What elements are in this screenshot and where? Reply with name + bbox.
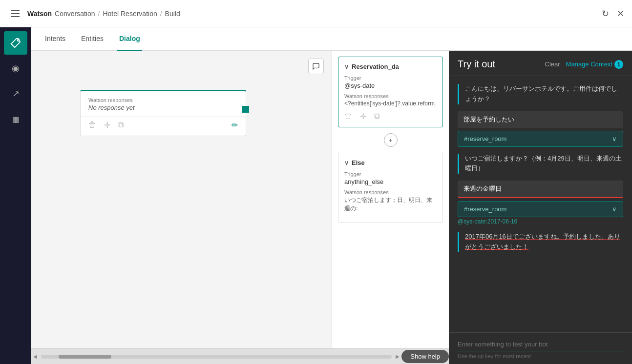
clear-button[interactable]: Clear: [545, 61, 560, 68]
else-node-title: ∨ Else: [344, 159, 437, 166]
sidebar-item-intents[interactable]: ◉: [4, 57, 27, 80]
hamburger-menu[interactable]: [8, 7, 22, 20]
back-icon[interactable]: ↻: [602, 8, 609, 19]
try-hint: Use the up key for most recent: [458, 353, 623, 359]
workspace: Watson responses No response yet 🗑 ✛ ⧉: [31, 51, 632, 364]
canvas-right-col: ∨ Reservation_da Trigger @sys-date Watso…: [332, 51, 449, 348]
else-trigger-section: Trigger anything_else: [344, 171, 437, 185]
user-input-2: 来週の金曜日: [458, 181, 623, 198]
user-bubble-1: 部屋を予約したい: [458, 111, 623, 128]
try-footer: Use the up key for most recent: [449, 332, 632, 364]
add-node-button[interactable]: +: [384, 133, 398, 147]
edit-icon[interactable]: ✏: [232, 121, 238, 130]
connector-dot: [242, 106, 249, 113]
trigger-section: Trigger @sys-date: [344, 75, 437, 89]
svg-point-0: [18, 40, 20, 41]
bot-message-2: いつご宿泊しますか？（例：4月29日、明日、来週の土曜日）: [458, 154, 623, 174]
context-tag: @sys-date:2017-06-16: [458, 218, 623, 225]
content-area: Intents Entities Dialog: [31, 27, 632, 364]
node-actions: 🗑 ✛ ⧉ ✏: [81, 116, 246, 136]
move-icon[interactable]: ✛: [104, 121, 110, 130]
main-layout: ◉ ↗ ▦ Intents Entities Dialog: [0, 27, 632, 364]
copy-icon[interactable]: ⧉: [118, 121, 124, 130]
try-actions: Clear Manage Context 1: [545, 60, 623, 69]
try-header: Try it out Clear Manage Context 1: [449, 51, 632, 76]
node-label: Watson responses: [88, 97, 238, 103]
breadcrumb-hotel[interactable]: Hotel Reservation: [103, 10, 157, 18]
header-left: Watson Conversation / Hotel Reservation …: [8, 7, 180, 20]
brand-name: Watson: [27, 10, 52, 18]
select-value-2: #reserve_room: [464, 205, 506, 213]
breadcrumb-sep-slash2: /: [160, 10, 162, 18]
watson-response-node: Watson responses No response yet 🗑 ✛ ⧉: [80, 90, 246, 136]
node-action-icons: 🗑 ✛ ⧉: [88, 121, 124, 130]
sidebar: ◉ ↗ ▦: [0, 27, 31, 364]
scroll-right-arrow[interactable]: ▶: [394, 354, 401, 359]
delete-icon[interactable]: 🗑: [88, 121, 96, 130]
bot-underline-text: 2017年06月16日でございますね。予約しました。ありがとうございました！: [465, 233, 620, 250]
right-move-icon[interactable]: ✛: [360, 112, 366, 121]
scroll-left-arrow[interactable]: ◀: [31, 354, 39, 359]
canvas: Watson responses No response yet 🗑 ✛ ⧉: [31, 51, 449, 364]
show-help-button[interactable]: Show help: [401, 350, 449, 363]
manage-context-button[interactable]: Manage Context 1: [566, 60, 623, 69]
right-node-actions: 🗑 ✛ ⧉: [344, 112, 437, 121]
breadcrumb-build: Build: [165, 10, 180, 18]
try-title: Try it out: [458, 59, 495, 70]
close-icon[interactable]: ✕: [617, 8, 624, 19]
select-chevron-2: ∨: [612, 205, 617, 213]
right-copy-icon[interactable]: ⧉: [374, 112, 379, 121]
sidebar-item-analytics[interactable]: ↗: [4, 82, 27, 105]
right-delete-icon[interactable]: 🗑: [344, 112, 352, 121]
select-box-2[interactable]: #reserve_room ∨: [458, 201, 623, 217]
chat-icon[interactable]: [308, 59, 324, 74]
canvas-main: Watson responses No response yet 🗑 ✛ ⧉: [31, 51, 449, 348]
scroll-thumb[interactable]: [59, 355, 111, 359]
app-container: Watson Conversation / Hotel Reservation …: [0, 0, 632, 364]
sidebar-item-tools[interactable]: [4, 31, 27, 55]
try-input[interactable]: [458, 338, 623, 351]
select-chevron-1: ∨: [612, 135, 617, 142]
select-box-1[interactable]: #reserve_room ∨: [458, 131, 623, 147]
tab-entities[interactable]: Entities: [79, 27, 105, 51]
try-messages: こんにちは、リバーサンホテルです。ご用件は何でしょうか？ 部屋を予約したい #r…: [449, 76, 632, 332]
bot-message-1: こんにちは、リバーサンホテルです。ご用件は何でしょうか？: [458, 84, 623, 104]
tab-dialog[interactable]: Dialog: [117, 27, 142, 51]
left-node-area: Watson responses No response yet 🗑 ✛ ⧉: [80, 90, 322, 136]
response-section: Watson responses <?entities['sys-date']?…: [344, 93, 437, 107]
node-title: No response yet: [88, 104, 238, 111]
bot-message-3: 2017年06月16日でございますね。予約しました。ありがとうございました！: [458, 232, 623, 252]
select-value-1: #reserve_room: [464, 135, 506, 142]
else-response-section: Watson responses いつご宿泊します；日、明日、来週の:: [344, 189, 437, 213]
right-node-title: ∨ Reservation_da: [344, 63, 437, 70]
breadcrumb-sep1: Conversation: [55, 10, 95, 18]
tab-intents[interactable]: Intents: [43, 27, 67, 51]
node-header: Watson responses No response yet: [81, 91, 246, 111]
scroll-track: [41, 355, 392, 359]
breadcrumb: Watson Conversation / Hotel Reservation …: [27, 10, 180, 18]
bottom-bar: ◀ ▶ Show help: [31, 348, 449, 364]
header-right: ↻ ✕: [602, 8, 624, 19]
reservation-node: ∨ Reservation_da Trigger @sys-date Watso…: [338, 57, 443, 127]
context-badge: 1: [614, 60, 623, 69]
user-section-1: 部屋を予約したい #reserve_room ∨: [458, 111, 623, 147]
else-node: ∨ Else Trigger anything_else Watson resp…: [338, 153, 443, 223]
header: Watson Conversation / Hotel Reservation …: [0, 0, 632, 27]
breadcrumb-sep-slash1: /: [98, 10, 100, 18]
tab-bar: Intents Entities Dialog: [31, 27, 632, 51]
try-panel: Try it out Clear Manage Context 1: [449, 51, 632, 364]
canvas-left: Watson responses No response yet 🗑 ✛ ⧉: [31, 51, 332, 348]
sidebar-item-table[interactable]: ▦: [4, 107, 27, 131]
user-section-2: 来週の金曜日 #reserve_room ∨ @sys-date:2017-06…: [458, 181, 623, 225]
